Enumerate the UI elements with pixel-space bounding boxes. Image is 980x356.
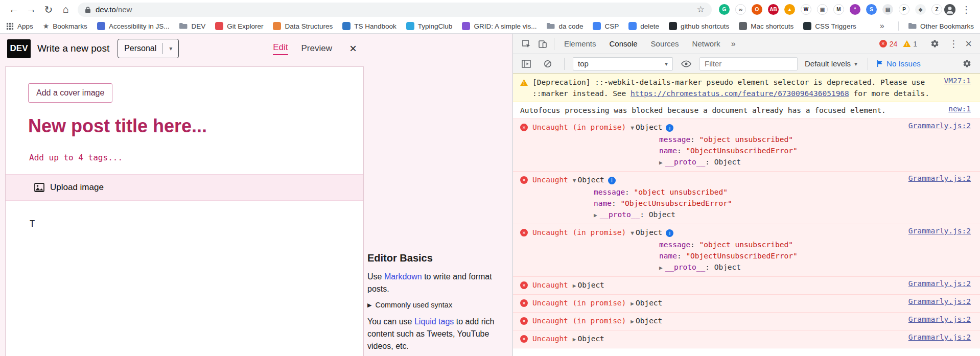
source-link[interactable]: VM27:1 <box>944 77 971 85</box>
extension-icon[interactable]: ∞ <box>735 4 746 15</box>
bookmark-item[interactable]: Mac shortcuts <box>739 22 794 30</box>
extension-icon[interactable]: ▤ <box>882 4 893 15</box>
bookmark-item[interactable]: TS Handbook <box>342 22 396 30</box>
object-preview[interactable]: Object <box>636 123 662 131</box>
forward-button[interactable]: → <box>22 1 40 18</box>
bookmark-item[interactable]: TypingClub <box>406 22 453 30</box>
devtools-tab-sources[interactable]: Sources <box>644 34 686 54</box>
source-link[interactable]: Grammarly.js:2 <box>908 333 971 341</box>
devtools-tab-console[interactable]: Console <box>603 34 644 54</box>
object-preview[interactable]: Object <box>636 299 662 307</box>
live-expression-eye-icon[interactable] <box>678 56 694 72</box>
devtools-menu-icon[interactable]: ⋮ <box>945 38 962 50</box>
source-link[interactable]: Grammarly.js:2 <box>908 174 971 182</box>
extension-icon[interactable]: AB <box>768 4 779 15</box>
console-filter-input[interactable] <box>699 57 798 70</box>
extension-icon[interactable]: ▣ <box>817 4 828 15</box>
post-type-dropdown[interactable]: Personal ▾ <box>118 39 179 58</box>
expand-triangle-icon[interactable]: ▶ <box>659 265 663 271</box>
reload-button[interactable]: ↻ <box>40 1 57 18</box>
source-link[interactable]: Grammarly.js:2 <box>908 122 971 130</box>
extension-icon[interactable]: G <box>719 4 730 15</box>
console-settings-icon[interactable] <box>959 56 975 72</box>
collapse-triangle-icon[interactable]: ▼ <box>631 125 634 131</box>
tab-edit[interactable]: Edit <box>273 42 288 55</box>
devtools-tab-network[interactable]: Network <box>686 34 727 54</box>
expand-triangle-icon[interactable]: ▶ <box>631 300 634 307</box>
bookmarks-overflow-chevron[interactable]: » <box>876 21 889 31</box>
device-toolbar-icon[interactable] <box>534 36 551 52</box>
extension-icon[interactable]: O <box>752 4 762 15</box>
close-editor-icon[interactable]: × <box>349 41 357 56</box>
object-preview[interactable]: Object <box>577 335 604 343</box>
inspect-element-icon[interactable] <box>518 36 534 52</box>
devtools-settings-icon[interactable] <box>926 36 943 52</box>
expand-triangle-icon[interactable]: ▶ <box>631 318 634 325</box>
source-link[interactable]: Grammarly.js:2 <box>908 315 971 323</box>
liquid-tags-link[interactable]: Liquid tags <box>414 317 454 326</box>
expand-triangle-icon[interactable]: ▶ <box>659 159 663 166</box>
source-link[interactable]: Grammarly.js:2 <box>908 227 971 235</box>
bookmark-item[interactable]: GRID: A simple vis... <box>462 22 536 30</box>
expand-triangle-icon[interactable]: ▶ <box>573 282 576 289</box>
other-bookmarks-button[interactable]: Other Bookmarks <box>908 22 974 30</box>
back-button[interactable]: ← <box>5 1 22 18</box>
bookmark-item[interactable]: delete <box>628 22 659 30</box>
property-key: message <box>594 188 625 196</box>
source-link[interactable]: new:1 <box>948 105 971 113</box>
bookmark-star-icon[interactable]: ☆ <box>697 4 705 15</box>
post-tags-input[interactable]: Add up to 4 tags... <box>29 153 363 162</box>
log-levels-dropdown[interactable]: Default levels ▾ <box>803 59 859 68</box>
bookmark-item[interactable]: Git Explorer <box>215 22 263 30</box>
extension-icon[interactable]: Z <box>931 4 942 15</box>
home-button[interactable]: ⌂ <box>57 1 75 18</box>
bookmark-item[interactable]: da code <box>546 22 583 30</box>
markdown-link[interactable]: Markdown <box>384 272 422 281</box>
expand-triangle-icon[interactable]: ▶ <box>594 212 597 219</box>
clear-console-icon[interactable] <box>540 56 556 72</box>
collapse-triangle-icon[interactable]: ▼ <box>573 177 576 184</box>
bookmark-item[interactable]: github shortcuts <box>669 22 729 30</box>
bookmark-item[interactable]: CSP <box>593 22 619 30</box>
source-link[interactable]: Grammarly.js:2 <box>908 297 971 305</box>
profile-avatar[interactable] <box>944 4 955 15</box>
extension-icon[interactable]: M <box>833 4 844 15</box>
bookmark-item[interactable]: CSS Triggers <box>803 22 856 30</box>
console-sidebar-icon[interactable] <box>518 56 534 72</box>
extension-icon[interactable]: ▲ <box>784 4 795 15</box>
extension-icon[interactable]: W <box>801 4 811 15</box>
issues-count-badge[interactable]: × 24 ! 1 <box>879 40 917 48</box>
devtools-tab-elements[interactable]: Elements <box>557 34 603 54</box>
more-tabs-chevron[interactable]: » <box>727 39 740 49</box>
post-body-editor[interactable]: T <box>30 219 363 229</box>
add-cover-image-button[interactable]: Add a cover image <box>28 83 112 103</box>
browser-menu-button[interactable]: ⋮ <box>958 4 975 15</box>
extension-icon[interactable]: S <box>866 4 877 15</box>
execution-context-selector[interactable]: top ▾ <box>573 57 673 70</box>
bookmark-item[interactable]: DEV <box>179 22 205 30</box>
object-preview[interactable]: Object <box>577 176 604 184</box>
close-devtools-icon[interactable]: × <box>962 37 975 51</box>
bookmarks-shortcut[interactable]: ★ Bookmarks <box>43 22 87 30</box>
address-bar[interactable]: dev.to/new ☆ <box>78 3 712 17</box>
object-preview[interactable]: Object <box>577 281 604 289</box>
issues-button[interactable]: No Issues <box>876 59 921 68</box>
tab-preview[interactable]: Preview <box>301 43 332 54</box>
extension-icon[interactable]: * <box>850 4 860 15</box>
source-link[interactable]: Grammarly.js:2 <box>908 279 971 288</box>
extension-icon[interactable]: ◆ <box>915 4 926 15</box>
extension-icon[interactable]: P <box>899 4 909 15</box>
upload-image-button[interactable]: Upload image <box>6 174 363 201</box>
apps-shortcut[interactable]: Apps <box>6 22 33 30</box>
collapse-triangle-icon[interactable]: ▼ <box>631 230 634 236</box>
object-preview[interactable]: Object <box>636 317 662 325</box>
post-title-input[interactable]: New post title here... <box>28 115 341 137</box>
chromestatus-link[interactable]: https://chromestatus.com/feature/6730096… <box>631 89 849 98</box>
upload-image-label: Upload image <box>50 182 104 193</box>
dev-logo[interactable]: DEV <box>7 39 31 58</box>
commonly-used-syntax-toggle[interactable]: ▶ Commonly used syntax <box>367 301 502 309</box>
object-preview[interactable]: Object <box>636 228 662 236</box>
bookmark-item[interactable]: Accessibility in JS... <box>97 22 170 30</box>
expand-triangle-icon[interactable]: ▶ <box>573 336 576 343</box>
bookmark-item[interactable]: Data Structures <box>273 22 333 30</box>
